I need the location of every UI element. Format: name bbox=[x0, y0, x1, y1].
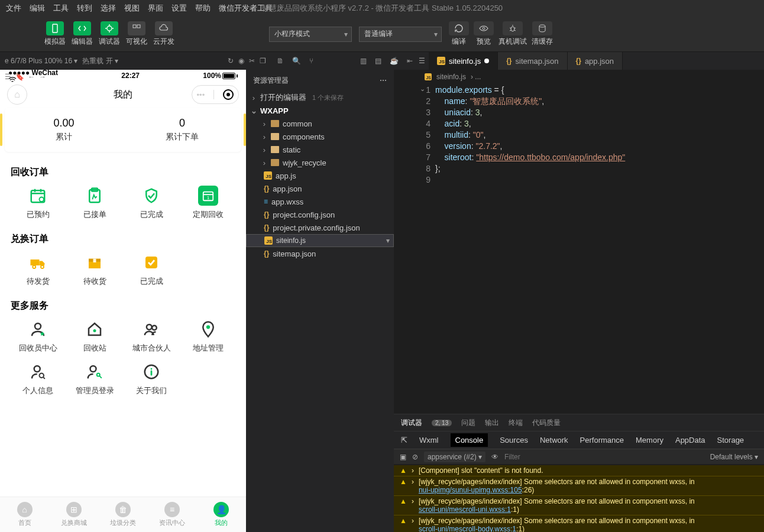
panel-toggle-icon[interactable]: ▥ bbox=[360, 57, 367, 65]
cut-icon[interactable]: ✂ bbox=[249, 57, 255, 65]
grid-item-receive[interactable]: 待收货 bbox=[67, 252, 122, 287]
file-siteinfo-js[interactable]: JSsiteinfo.js bbox=[246, 234, 394, 247]
cloud-dev-button[interactable] bbox=[155, 21, 173, 35]
search-icon[interactable]: 🔍 bbox=[292, 57, 301, 65]
menu-item[interactable]: 界面 bbox=[148, 3, 163, 14]
folder-static[interactable]: ›static bbox=[246, 143, 394, 156]
clear-console-icon[interactable]: ⊘ bbox=[412, 453, 418, 461]
file-project-private-config[interactable]: {}project.private.config.json bbox=[246, 221, 394, 234]
console-filter-input[interactable] bbox=[504, 453, 704, 461]
tab-home[interactable]: ⌂首页 bbox=[0, 497, 49, 532]
file-sitemap-json[interactable]: {}sitemap.json bbox=[246, 247, 394, 260]
grid-item-about[interactable]: 关于我们 bbox=[124, 362, 179, 396]
levels-select[interactable]: Default levels ▾ bbox=[710, 453, 758, 461]
devtools-tab-wxml[interactable]: Wxml bbox=[419, 436, 439, 445]
refresh-icon[interactable]: ↻ bbox=[228, 57, 234, 65]
console-log[interactable]: ▲›[Component] slot "content" is not foun… bbox=[394, 464, 764, 532]
file-app-json[interactable]: {}app.json bbox=[246, 182, 394, 195]
hotreload-toggle[interactable]: 热重载 开 ▾ bbox=[82, 56, 118, 66]
dbg-tab-debugger[interactable]: 调试器 bbox=[401, 418, 422, 428]
more-icon[interactable]: ⋯ bbox=[380, 76, 387, 85]
devtools-tab-appdata[interactable]: AppData bbox=[675, 436, 705, 445]
eye-icon[interactable]: 👁 bbox=[491, 453, 498, 461]
warn-link[interactable]: scroll-uni/mescroll-body.wxss:1 bbox=[419, 525, 516, 532]
warn-link[interactable]: scroll-uni/mescroll-uni.wxss:1 bbox=[419, 505, 511, 514]
tab-appjson[interactable]: {} app.json bbox=[568, 52, 623, 70]
dbg-tab-problems[interactable]: 问题 bbox=[461, 418, 475, 428]
inspect-icon[interactable]: ⇱ bbox=[401, 436, 407, 445]
tab-siteinfo[interactable]: JS siteinfo.js bbox=[429, 52, 498, 70]
fold-icon[interactable]: ⌄ bbox=[420, 85, 425, 93]
capsule[interactable]: ••• bbox=[192, 85, 239, 104]
sidebar-toggle-icon[interactable]: ▣ bbox=[400, 453, 406, 461]
tab-sitemap[interactable]: {} sitemap.json bbox=[498, 52, 567, 70]
grid-item-exchange-done[interactable]: 已完成 bbox=[124, 252, 179, 287]
home-button[interactable]: ⌂ bbox=[7, 85, 27, 105]
file-app-wxss[interactable]: ≡app.wxss bbox=[246, 195, 394, 208]
devtools-tab-memory[interactable]: Memory bbox=[636, 436, 663, 445]
devtools-tab-console[interactable]: Console bbox=[451, 433, 488, 447]
close-icon[interactable] bbox=[223, 89, 234, 100]
menu-item[interactable]: 编辑 bbox=[30, 3, 45, 14]
split-editor-icon[interactable]: ☰ bbox=[419, 57, 425, 65]
project-root[interactable]: ⌄WXAPP bbox=[246, 104, 394, 117]
grid-item-done[interactable]: 已完成 bbox=[124, 186, 179, 220]
dbg-tab-terminal[interactable]: 终端 bbox=[509, 418, 523, 428]
more-icon[interactable]: ••• bbox=[197, 90, 205, 99]
menu-item[interactable]: 选择 bbox=[101, 3, 116, 14]
files-icon[interactable]: 🗎 bbox=[277, 57, 284, 65]
tab-mine[interactable]: 👤我的 bbox=[197, 497, 246, 532]
file-app-js[interactable]: JSapp.js bbox=[246, 169, 394, 182]
collapse-icon[interactable]: ⇤ bbox=[407, 57, 413, 65]
menu-item[interactable]: 转到 bbox=[77, 3, 92, 14]
grid-item-ship[interactable]: 待发货 bbox=[11, 252, 65, 287]
menu-item[interactable]: 文件 bbox=[6, 3, 21, 14]
editor-button[interactable] bbox=[73, 21, 91, 35]
preview-button[interactable] bbox=[474, 21, 494, 35]
tab-mall[interactable]: ⊞兑换商城 bbox=[49, 497, 98, 532]
open-editors-section[interactable]: ›打开的编辑器1 个未保存 bbox=[246, 91, 394, 104]
dbg-tab-quality[interactable]: 代码质量 bbox=[532, 418, 561, 428]
devtools-tab-performance[interactable]: Performance bbox=[580, 436, 624, 445]
folder-common[interactable]: ›common bbox=[246, 117, 394, 130]
breadcrumb[interactable]: ☰ 🔖 ← → JS siteinfo.js › ... bbox=[394, 70, 764, 84]
grid-item-periodic[interactable]: 1定期回收 bbox=[181, 186, 235, 220]
tab-news[interactable]: ≡资讯中心 bbox=[148, 497, 197, 532]
debugger-button[interactable] bbox=[101, 21, 118, 35]
menu-item[interactable]: 设置 bbox=[171, 3, 187, 14]
panel-toggle2-icon[interactable]: ▤ bbox=[375, 57, 381, 65]
hot-icon[interactable]: ☕ bbox=[390, 57, 399, 65]
folder-wjyk-recycle[interactable]: ›wjyk_recycle bbox=[246, 156, 394, 169]
grid-item-accepted[interactable]: 已接单 bbox=[67, 186, 122, 220]
menu-item[interactable]: 帮助 bbox=[195, 3, 211, 14]
clear-cache-button[interactable] bbox=[532, 21, 552, 35]
bookmark-icon[interactable]: ☰ 🔖 ← → bbox=[5, 73, 46, 81]
remote-debug-button[interactable] bbox=[503, 21, 523, 35]
folder-components[interactable]: ›components bbox=[246, 130, 394, 143]
tab-sort[interactable]: 🗑垃圾分类 bbox=[98, 497, 147, 532]
devtools-tab-sources[interactable]: Sources bbox=[500, 436, 528, 445]
file-project-config[interactable]: {}project.config.json bbox=[246, 208, 394, 221]
warn-link[interactable]: nui-upimg/sunui-upimg.wxss:105 bbox=[419, 486, 522, 494]
device-select[interactable]: e 6/7/8 Plus 100% 16 ▾ bbox=[5, 57, 77, 65]
menu-item[interactable]: 工具 bbox=[53, 3, 69, 14]
grid-item-recycler-center[interactable]: 回收员中心 bbox=[11, 319, 65, 353]
grid-item-admin[interactable]: 管理员登录 bbox=[67, 362, 122, 396]
simulator-button[interactable] bbox=[46, 21, 64, 35]
compile-button[interactable] bbox=[449, 21, 469, 35]
record-icon[interactable]: ◉ bbox=[238, 57, 244, 65]
menu-item[interactable]: 视图 bbox=[124, 3, 140, 14]
devtools-tab-network[interactable]: Network bbox=[540, 436, 568, 445]
context-select[interactable]: appservice (#2) ▾ bbox=[424, 452, 485, 462]
compile-select[interactable]: 普通编译 bbox=[359, 27, 442, 42]
grid-item-partner[interactable]: 城市合伙人 bbox=[124, 319, 179, 353]
grid-item-profile[interactable]: 个人信息 bbox=[11, 362, 65, 396]
popout-icon[interactable]: ❐ bbox=[260, 57, 266, 65]
mode-select[interactable]: 小程序模式 bbox=[269, 27, 352, 42]
grid-item-station[interactable]: 回收站 bbox=[67, 319, 122, 353]
dbg-tab-output[interactable]: 输出 bbox=[485, 418, 499, 428]
grid-item-reserved[interactable]: 已预约 bbox=[11, 186, 65, 220]
grid-item-address[interactable]: 地址管理 bbox=[181, 319, 235, 353]
code-editor[interactable]: ⌄ 123456789 module.exports = { name: "智慧… bbox=[394, 84, 764, 414]
branch-icon[interactable]: ⑂ bbox=[309, 57, 313, 65]
